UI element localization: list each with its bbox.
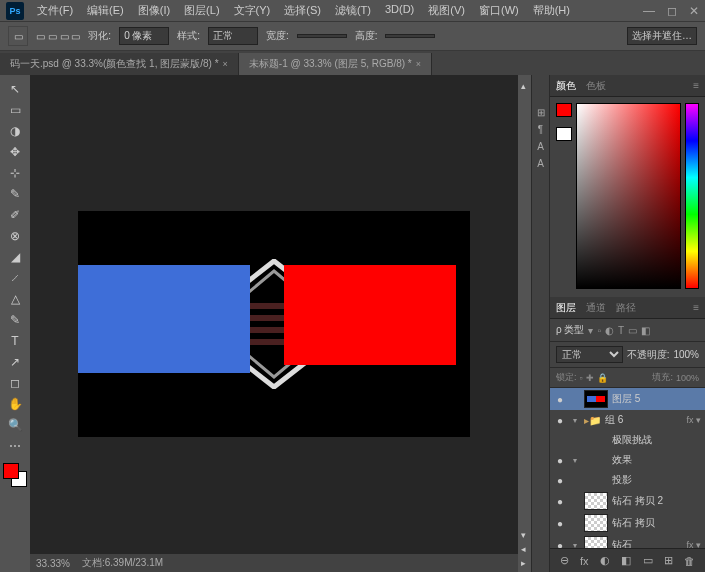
quick-select-tool[interactable]: ✥ (3, 142, 27, 162)
menu-3d[interactable]: 3D(D) (378, 0, 421, 21)
blend-mode-select[interactable]: 正常 (556, 346, 623, 363)
menu-file[interactable]: 文件(F) (30, 0, 80, 21)
fx-badge[interactable]: fx ▾ (686, 540, 701, 548)
layer-name[interactable]: 组 6 (605, 413, 682, 427)
zoom-tool[interactable]: 🔍 (3, 415, 27, 435)
minimize-button[interactable]: — (643, 4, 655, 18)
close-icon[interactable]: × (223, 59, 228, 69)
eyedropper-tool[interactable]: ✎ (3, 184, 27, 204)
color-field[interactable] (576, 103, 681, 289)
style-select[interactable]: 正常 (208, 27, 258, 45)
menu-image[interactable]: 图像(I) (131, 0, 177, 21)
hue-slider[interactable] (685, 103, 699, 289)
filter-smart-icon[interactable]: ◧ (641, 325, 650, 336)
menu-layer[interactable]: 图层(L) (177, 0, 226, 21)
healing-tool[interactable]: ✐ (3, 205, 27, 225)
menu-help[interactable]: 帮助(H) (526, 0, 577, 21)
tab-swatches[interactable]: 色板 (586, 79, 606, 93)
clone-tool[interactable]: ◢ (3, 247, 27, 267)
kind-filter[interactable]: ρ 类型 (556, 323, 584, 337)
maximize-button[interactable]: ◻ (667, 4, 677, 18)
menu-select[interactable]: 选择(S) (277, 0, 328, 21)
hand-tool[interactable]: ✋ (3, 394, 27, 414)
close-icon[interactable]: × (416, 59, 421, 69)
zoom-level[interactable]: 33.33% (36, 558, 70, 569)
eraser-tool[interactable]: ⟋ (3, 268, 27, 288)
layer-row[interactable]: ●投影 (550, 470, 705, 490)
link-layers-icon[interactable]: ⊖ (560, 554, 569, 567)
brush-tool[interactable]: ⊗ (3, 226, 27, 246)
visibility-icon[interactable]: ● (554, 394, 566, 405)
layer-row[interactable]: ●钻石 拷贝 2 (550, 490, 705, 512)
layer-row[interactable]: ●▾钻石fx ▾ (550, 534, 705, 548)
layer-row[interactable]: ●图层 5 (550, 388, 705, 410)
visibility-icon[interactable]: ● (554, 455, 566, 466)
type-tool[interactable]: T (3, 331, 27, 351)
layer-row[interactable]: ●▾效果 (550, 450, 705, 470)
character-icon[interactable]: A (537, 158, 544, 169)
visibility-icon[interactable]: ● (554, 475, 566, 486)
refine-edge-button[interactable]: 选择并遮住… (627, 27, 697, 45)
layer-name[interactable]: 钻石 拷贝 (612, 516, 701, 530)
tab-paths[interactable]: 路径 (616, 301, 636, 315)
lasso-tool[interactable]: ◑ (3, 121, 27, 141)
move-tool[interactable]: ↖ (3, 79, 27, 99)
visibility-icon[interactable]: ● (554, 518, 566, 529)
shape-tool[interactable]: ◻ (3, 373, 27, 393)
gradient-tool[interactable]: △ (3, 289, 27, 309)
feather-input[interactable]: 0 像素 (119, 27, 169, 45)
layer-row[interactable]: 极限挑战 (550, 430, 705, 450)
layer-name[interactable]: 钻石 拷贝 2 (612, 494, 701, 508)
filter-pixel-icon[interactable]: ▫ (597, 325, 601, 336)
marquee-tool[interactable]: ▭ (3, 100, 27, 120)
width-input[interactable] (297, 34, 347, 38)
pen-tool[interactable]: ✎ (3, 310, 27, 330)
canvas[interactable] (78, 211, 470, 437)
foreground-color[interactable] (3, 463, 19, 479)
menu-type[interactable]: 文字(Y) (227, 0, 278, 21)
scrollbar[interactable]: ▴▾◂▸ (518, 75, 531, 572)
color-swatches[interactable] (3, 463, 27, 487)
fx-badge[interactable]: fx ▾ (686, 415, 701, 425)
visibility-icon[interactable]: ● (554, 415, 566, 426)
lock-position-icon[interactable]: ✚ (586, 373, 594, 383)
tool-preset-icon[interactable]: ▭ (8, 26, 28, 46)
opacity-value[interactable]: 100% (673, 349, 699, 360)
mask-icon[interactable]: ◐ (600, 554, 610, 567)
more-tools[interactable]: ⋯ (3, 436, 27, 456)
tab-channels[interactable]: 通道 (586, 301, 606, 315)
layer-row[interactable]: ●▾▸📁组 6fx ▾ (550, 410, 705, 430)
group-icon[interactable]: ▭ (643, 554, 653, 567)
height-input[interactable] (385, 34, 435, 38)
lock-pixels-icon[interactable]: ▫ (580, 373, 583, 383)
filter-adjust-icon[interactable]: ◐ (605, 325, 614, 336)
path-tool[interactable]: ↗ (3, 352, 27, 372)
close-button[interactable]: ✕ (689, 4, 699, 18)
fg-swatch[interactable] (556, 103, 572, 117)
bg-swatch[interactable] (556, 127, 572, 141)
visibility-icon[interactable]: ● (554, 496, 566, 507)
character-icon[interactable]: A (537, 141, 544, 152)
panel-icon[interactable]: ⊞ (537, 107, 545, 118)
layer-row[interactable]: ●钻石 拷贝 (550, 512, 705, 534)
filter-shape-icon[interactable]: ▭ (628, 325, 637, 336)
menu-view[interactable]: 视图(V) (421, 0, 472, 21)
document-tab[interactable]: 码一天.psd @ 33.3%(颜色查找 1, 图层蒙版/8) *× (0, 53, 239, 75)
adjustment-icon[interactable]: ◧ (621, 554, 631, 567)
tab-color[interactable]: 颜色 (556, 79, 576, 93)
paragraph-icon[interactable]: ¶ (538, 124, 543, 135)
menu-filter[interactable]: 滤镜(T) (328, 0, 378, 21)
document-tab[interactable]: 未标题-1 @ 33.3% (图层 5, RGB/8) *× (239, 53, 432, 75)
new-layer-icon[interactable]: ⊞ (664, 554, 673, 567)
layer-name[interactable]: 钻石 (612, 538, 682, 548)
crop-tool[interactable]: ⊹ (3, 163, 27, 183)
filter-type-icon[interactable]: T (618, 325, 624, 336)
trash-icon[interactable]: 🗑 (684, 555, 695, 567)
fill-value[interactable]: 100% (676, 373, 699, 383)
fx-icon[interactable]: fx (580, 555, 589, 567)
panel-menu-icon[interactable]: ≡ (693, 80, 699, 91)
layer-name[interactable]: 图层 5 (612, 392, 701, 406)
panel-menu-icon[interactable]: ≡ (693, 302, 699, 313)
menu-edit[interactable]: 编辑(E) (80, 0, 131, 21)
visibility-icon[interactable]: ● (554, 540, 566, 549)
